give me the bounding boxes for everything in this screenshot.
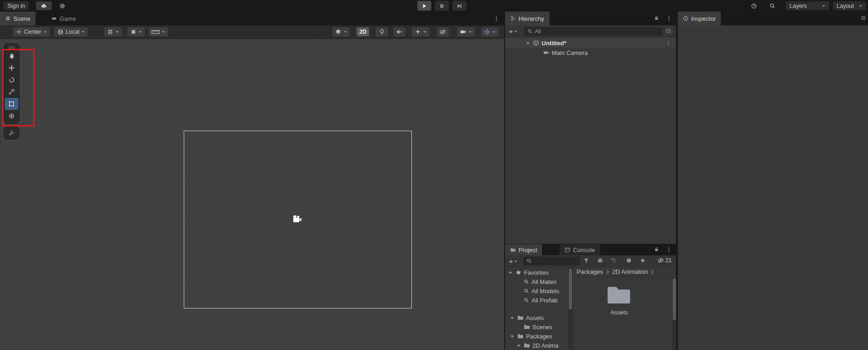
- favorite-star-icon[interactable]: [640, 258, 645, 263]
- pivot-mode-dropdown[interactable]: Center: [13, 27, 50, 36]
- chevron-down-icon: [514, 259, 518, 263]
- global-search-button[interactable]: [766, 1, 778, 10]
- content-item-folder[interactable]: Assets: [603, 284, 636, 316]
- content-scrollbar-thumb[interactable]: [673, 278, 676, 320]
- handle-orientation-dropdown[interactable]: Local: [54, 27, 88, 36]
- camera-gizmo-icon[interactable]: [291, 213, 303, 225]
- tree-row-label: Assets: [526, 314, 544, 321]
- tab-project[interactable]: Project: [505, 244, 542, 255]
- undo-history-button[interactable]: [748, 1, 760, 10]
- tree-scrollbar[interactable]: [568, 267, 573, 350]
- layout-dropdown[interactable]: Layout: [833, 1, 866, 10]
- tree-row-label: 2D Anima: [532, 342, 558, 349]
- chevron-down-icon: [468, 30, 472, 34]
- pause-button[interactable]: [435, 1, 449, 11]
- snap-increment-dropdown[interactable]: [149, 27, 168, 36]
- hierarchy-item-main-camera[interactable]: Main Camera: [505, 48, 676, 57]
- breadcrumb-chevron-icon: [651, 270, 654, 274]
- gizmos-dropdown[interactable]: [481, 27, 499, 36]
- breadcrumb-item[interactable]: 2D Animation: [612, 268, 648, 275]
- tree-row-label: Packages: [526, 333, 552, 340]
- hierarchy-lock-icon[interactable]: [654, 15, 659, 21]
- scene-audio-toggle[interactable]: [393, 27, 405, 36]
- content-scrollbar[interactable]: [672, 278, 676, 350]
- play-button[interactable]: [417, 1, 431, 11]
- tab-game[interactable]: Game: [46, 12, 81, 25]
- hierarchy-menu-icon[interactable]: [666, 15, 672, 22]
- 2d-mode-toggle[interactable]: 2D: [356, 27, 369, 36]
- breadcrumb-item[interactable]: Packages: [577, 268, 603, 275]
- tree-row-packages[interactable]: Packages: [510, 332, 568, 341]
- eye-crossed-icon: [657, 257, 664, 264]
- hierarchy-item-label: Main Camera: [552, 49, 588, 56]
- tab-console[interactable]: Console: [560, 244, 600, 255]
- grid-snapping-dropdown[interactable]: [127, 27, 145, 36]
- globe-icon: [57, 29, 64, 35]
- hidden-packages-toggle[interactable]: 21: [657, 257, 672, 264]
- open-search-icon[interactable]: [666, 28, 671, 34]
- scene-visibility-toggle[interactable]: [437, 27, 449, 36]
- hidden-packages-count: 21: [665, 257, 672, 264]
- step-button[interactable]: [452, 1, 466, 11]
- tree-scrollbar-thumb[interactable]: [569, 269, 572, 309]
- orientation-label: Local: [66, 29, 79, 35]
- chevron-down-icon: [514, 30, 518, 33]
- effects-dropdown[interactable]: [412, 27, 429, 36]
- favorite-search-label: All Prefab: [531, 297, 557, 304]
- cloud-button[interactable]: [36, 1, 52, 10]
- project-search-input[interactable]: [524, 257, 580, 265]
- search-by-label-icon[interactable]: [611, 258, 617, 263]
- project-lock-icon[interactable]: [654, 247, 659, 252]
- pivot-icon: [16, 29, 22, 35]
- hierarchy-body: Untitled* Main Camera: [505, 37, 676, 244]
- audio-muted-icon: [396, 29, 403, 35]
- hierarchy-add-button[interactable]: +: [509, 27, 518, 35]
- tab-inspector[interactable]: Inspector: [678, 12, 721, 25]
- scene-viewport[interactable]: [0, 39, 504, 350]
- hierarchy-search-input[interactable]: All: [524, 27, 662, 36]
- sign-in-label: Sign in: [7, 3, 25, 9]
- scene-panel-menu-icon[interactable]: [493, 15, 500, 22]
- scene-lighting-toggle[interactable]: [376, 27, 388, 36]
- tree-row-2d-animation[interactable]: 2D Anima: [516, 341, 568, 350]
- content-item-label: Assets: [610, 309, 628, 316]
- console-icon: [565, 247, 570, 253]
- tab-hierarchy[interactable]: Hierarchy: [505, 12, 549, 25]
- project-add-button[interactable]: +: [509, 257, 518, 265]
- tree-row-scenes[interactable]: Scenes: [524, 322, 568, 332]
- project-menu-icon[interactable]: [666, 247, 672, 253]
- gizmo-target-icon: [484, 29, 490, 35]
- favorite-search-row[interactable]: All Materi: [524, 277, 568, 286]
- favorites-label: Favorites: [524, 269, 549, 276]
- camera-object-icon: [543, 49, 549, 56]
- favorite-search-row[interactable]: All Models: [524, 286, 568, 296]
- search-by-type-icon[interactable]: [597, 258, 603, 263]
- search-funnel-icon[interactable]: [584, 258, 589, 263]
- tab-console-label: Console: [573, 247, 595, 253]
- favorite-search-row[interactable]: All Prefab: [524, 296, 568, 305]
- foldout-open-icon: [510, 334, 515, 339]
- draw-mode-dropdown[interactable]: [332, 27, 350, 36]
- sign-in-button[interactable]: Sign in: [4, 1, 29, 10]
- breadcrumb: Packages 2D Animation: [573, 267, 676, 277]
- hierarchy-toolbar: + All: [505, 25, 676, 37]
- wrench-icon: [8, 130, 15, 136]
- effects-icon: [415, 29, 421, 35]
- settings-gear-button[interactable]: [56, 1, 68, 10]
- custom-tools-button[interactable]: [4, 127, 19, 139]
- tab-scene[interactable]: Scene: [0, 12, 36, 25]
- layers-dropdown[interactable]: Layers: [786, 1, 829, 10]
- hierarchy-scene-row[interactable]: Untitled*: [505, 38, 676, 48]
- tree-row-assets[interactable]: Assets: [510, 313, 568, 322]
- grid-visibility-dropdown[interactable]: [104, 27, 122, 36]
- favorite-search-label: All Models: [531, 288, 559, 295]
- alert-icon[interactable]: [626, 258, 632, 263]
- plus-label: +: [509, 257, 513, 265]
- favorites-row[interactable]: Favorites: [508, 268, 568, 277]
- camera-settings-dropdown[interactable]: [457, 27, 475, 36]
- scene-row-menu-icon[interactable]: [666, 40, 671, 46]
- hierarchy-tabstrip: Hierarchy: [505, 12, 676, 25]
- inspector-menu-icon[interactable]: [861, 15, 866, 21]
- plus-label: +: [509, 27, 513, 35]
- chevron-down-icon: [115, 30, 119, 34]
